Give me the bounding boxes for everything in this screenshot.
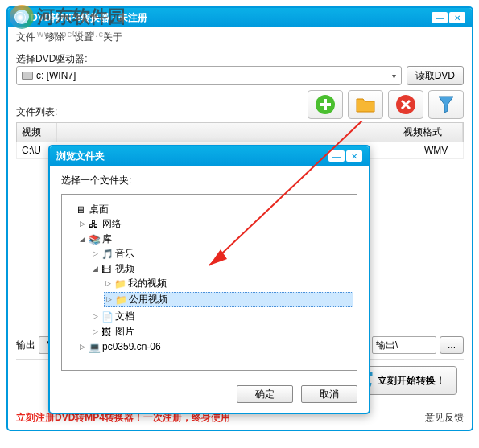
col-video[interactable]: 视频 [17, 123, 57, 142]
drive-value: c: [WIN7] [36, 70, 76, 81]
app-logo-icon [14, 12, 26, 23]
add-button[interactable] [308, 90, 343, 119]
dialog-ok-button[interactable]: 确定 [237, 385, 293, 403]
output-path-input[interactable] [372, 336, 436, 354]
output-label: 输出 [16, 339, 35, 352]
list-header: 视频 视频格式 [16, 122, 464, 142]
drive-label: 选择DVD驱动器: [16, 52, 464, 66]
pictures-icon: 🖼 [101, 327, 113, 336]
dialog-minimize-button[interactable]: — [328, 150, 345, 162]
menu-file[interactable]: 文件 [16, 31, 35, 44]
svg-rect-2 [320, 103, 331, 106]
minimize-button[interactable]: — [432, 12, 448, 23]
selected-folder: ▷📁公用视频 [104, 292, 353, 307]
dialog-close-button[interactable]: ✕ [346, 150, 362, 162]
row-format: WMV [424, 145, 458, 156]
drive-icon [22, 72, 33, 80]
filelist-label: 文件列表: [16, 105, 57, 119]
menu-settings[interactable]: 设置 [74, 31, 93, 44]
folder-button[interactable] [348, 90, 383, 119]
browse-folder-dialog: 浏览文件夹 — ✕ 选择一个文件夹: 🖥桌面 ▷🖧网络 ◢📚库 ▷🎵音乐 ◢🎞视… [48, 145, 370, 414]
menubar: 文件 移除 设置 关于 [8, 27, 472, 47]
folder-tree[interactable]: 🖥桌面 ▷🖧网络 ◢📚库 ▷🎵音乐 ◢🎞视频 ▷📁我的视频 ▷📁公用视频 [61, 194, 357, 371]
menu-remove[interactable]: 移除 [45, 31, 64, 44]
network-icon: 🖧 [89, 219, 100, 228]
folder-icon: 📁 [115, 294, 126, 304]
delete-button[interactable] [388, 90, 423, 119]
library-icon: 📚 [89, 234, 100, 244]
dialog-cancel-button[interactable]: 取消 [301, 385, 357, 403]
titlebar: DVD转MP4转换器 - 未注册 — ✕ [8, 8, 472, 27]
dialog-title: 浏览文件夹 [56, 150, 324, 163]
dialog-titlebar: 浏览文件夹 — ✕ [50, 146, 369, 166]
close-button[interactable]: ✕ [449, 12, 465, 23]
computer-icon: 💻 [89, 342, 100, 351]
feedback-link[interactable]: 意见反馈 [425, 411, 464, 425]
drive-select[interactable]: c: [WIN7] ▾ [16, 66, 402, 85]
col-format[interactable]: 视频格式 [398, 123, 463, 142]
read-dvd-button[interactable]: 读取DVD [407, 66, 464, 85]
desktop-icon: 🖥 [76, 204, 87, 214]
filter-button[interactable] [428, 90, 464, 119]
window-title: DVD转MP4转换器 - 未注册 [31, 11, 427, 25]
menu-about[interactable]: 关于 [103, 31, 122, 44]
video-icon: 🎞 [101, 264, 113, 273]
browse-output-button[interactable]: ... [440, 336, 464, 354]
documents-icon: 📄 [101, 311, 113, 321]
chevron-down-icon: ▾ [392, 72, 396, 80]
dialog-prompt: 选择一个文件夹: [61, 174, 357, 187]
music-icon: 🎵 [101, 249, 113, 258]
folder-icon: 📁 [114, 278, 126, 288]
